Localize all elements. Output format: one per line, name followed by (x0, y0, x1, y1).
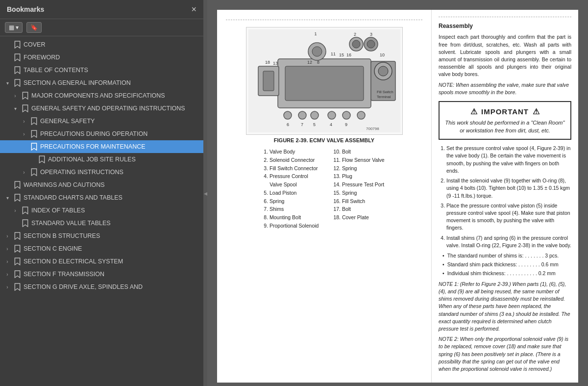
part-item: 13. Plug (333, 173, 384, 180)
part-item: 1. Valve Body (264, 148, 318, 155)
sidebar-item-standard_charts[interactable]: ▾STANDARD CHARTS AND TABLES (0, 191, 203, 204)
resize-handle[interactable]: ◂ (203, 0, 207, 386)
note1: NOTE: When assembling the valve, make su… (439, 81, 571, 96)
svg-text:2: 2 (354, 32, 356, 37)
sidebar-item-index_tables[interactable]: ›INDEX OF TABLES (0, 204, 203, 217)
part-item: 3. Fill Switch Connector (264, 165, 318, 172)
sidebar-item-toc[interactable]: TABLE OF CONTENTS (0, 64, 203, 77)
part-item: 2. Solenoid Connector (264, 156, 318, 164)
sidebar-item-section_c[interactable]: ›SECTION C ENGINE (0, 242, 203, 255)
part-item: 10. Bolt (333, 148, 384, 155)
sidebar-item-section_a[interactable]: ▾SECTION A GENERAL INFORMATION (0, 77, 203, 89)
expand-icon-section_c: › (4, 246, 11, 252)
sidebar-item-label-cover: COVER (24, 41, 199, 49)
expand-icon-operating_instructions: › (21, 170, 27, 175)
svg-point-7 (352, 40, 360, 48)
svg-text:12: 12 (307, 60, 312, 65)
bullets-list: The standard number of shims is: . . . .… (439, 252, 571, 278)
bookmark-icon-precautions_maint (30, 143, 38, 151)
sidebar-item-section_f[interactable]: ›SECTION F TRANSMISSION (0, 268, 203, 281)
expand-icon-index_tables: › (12, 208, 19, 213)
sidebar-item-foreword[interactable]: FOREWORD (0, 51, 203, 64)
bookmark-icon-operating_instructions (30, 168, 38, 176)
svg-point-17 (328, 111, 336, 119)
bookmark-icon-section_b (13, 232, 21, 240)
sidebar-item-label-index_tables: INDEX OF TABLES (31, 206, 199, 214)
bookmark-icon-cover (13, 41, 21, 49)
part-item: 17. Bolt (333, 206, 384, 213)
sidebar-header: Bookmarks × (0, 0, 203, 19)
part-item: 11. Flow Sensor Valve (333, 156, 384, 164)
handle-icon: ◂ (204, 189, 207, 197)
sidebar-item-section_d[interactable]: ›SECTION D ELECTRICAL SYSTEM (0, 255, 203, 268)
document-page: 1 2 3 18 13 12 8 11 15 16 10 6 7 5 (217, 10, 431, 383)
bookmark-icon-section_d (13, 257, 21, 265)
svg-text:6: 6 (287, 122, 289, 127)
part-item: 8. Mounting Bolt (264, 214, 318, 221)
sidebar-item-cover[interactable]: COVER (0, 38, 203, 51)
sidebar-item-precautions_maint[interactable]: PRECAUTIONS FOR MAINTENANCE (0, 140, 203, 153)
part-item: Valve Spool (264, 181, 318, 188)
sidebar-item-label-major_components: MAJOR COMPONENTS AND SPECIFICATIONS (31, 92, 199, 100)
toolbar-view-btn[interactable]: ▦ ▾ (5, 22, 23, 33)
sidebar-item-section_b[interactable]: ›SECTION B STRUCTURES (0, 230, 203, 242)
sidebar-item-major_components[interactable]: ›MAJOR COMPONENTS AND SPECIFICATIONS (0, 89, 203, 102)
sidebar-item-label-section_f: SECTION F TRANSMISSION (24, 270, 199, 278)
sidebar-item-standard_value[interactable]: STANDARD VALUE TABLES (0, 217, 203, 230)
page-spread: 1 2 3 18 13 12 8 11 15 16 10 6 7 5 (217, 10, 578, 383)
bookmark-icon-index_tables (21, 206, 29, 214)
parts-list: 1. Valve Body 2. Solenoid Connector 3. F… (226, 148, 422, 229)
svg-text:Fill Switch: Fill Switch (377, 90, 393, 94)
sidebar-item-operating_instructions[interactable]: ›OPERATING INSTRUCTIONS (0, 166, 203, 179)
expand-icon-section_a: ▾ (4, 80, 11, 86)
sidebar-item-label-standard_charts: STANDARD CHARTS AND TABLES (24, 194, 199, 202)
bookmark-icon-standard_value (21, 219, 29, 227)
step-4: Install shims (7) and spring (6) in the … (446, 234, 571, 249)
figure-area: 1 2 3 18 13 12 8 11 15 16 10 6 7 5 (226, 27, 422, 144)
sidebar-item-label-precautions_op: PRECAUTIONS DURING OPERATION (40, 130, 199, 138)
sidebar-item-section_g[interactable]: ›SECTION G DRIVE AXLE, SPINDLES AND (0, 281, 203, 293)
svg-text:10: 10 (380, 52, 385, 57)
right-panel: Reassembly Inspect each part thoroughly … (431, 10, 578, 383)
svg-text:Terminal: Terminal (377, 95, 391, 99)
sidebar: Bookmarks × ▦ ▾ 🔖 COVERFOREWORDTABLE OF … (0, 0, 203, 386)
sidebar-item-precautions_op[interactable]: ›PRECAUTIONS DURING OPERATION (0, 128, 203, 140)
part-item: 7. Shims (264, 206, 318, 213)
svg-text:3: 3 (370, 32, 372, 37)
sidebar-item-general_safety[interactable]: ›GENERAL SAFETY (0, 115, 203, 128)
bookmark-icon-section_g (13, 283, 21, 291)
sidebar-item-warnings[interactable]: WARNINGS AND CAUTIONS (0, 179, 203, 191)
sidebar-item-label-standard_value: STANDARD VALUE TABLES (31, 219, 199, 227)
figure-caption: FIGURE 2-39. ECMV VALVE ASSEMBLY (274, 137, 374, 144)
close-button[interactable]: × (191, 5, 196, 14)
bookmark-icon-additional_rules (38, 155, 46, 163)
important-body: This work should be performed in a "Clea… (444, 119, 565, 135)
bullet-1: The standard number of shims is: . . . .… (442, 252, 571, 259)
note2: NOTE 1: (Refer to Figure 2-39.) When par… (439, 281, 571, 333)
expand-icon-section_g: › (4, 284, 11, 290)
toolbar-bookmark-btn[interactable]: 🔖 (26, 22, 42, 33)
bookmark-icon-general_safety_ops (21, 104, 29, 112)
bookmark-icon-section_c (13, 245, 21, 253)
bookmark-icon-toc (13, 66, 21, 74)
note3: NOTE 2: When only the proportional solen… (439, 335, 571, 373)
svg-point-14 (284, 111, 292, 119)
svg-text:9: 9 (345, 122, 347, 127)
sidebar-item-general_safety_ops[interactable]: ▾GENERAL SAFETY AND OPERATING INSTRUCTIO… (0, 102, 203, 115)
steps-list: Set the pressure control valve spool (4,… (439, 145, 571, 249)
part-item: 15. Spring (333, 189, 384, 197)
part-item: 6. Spring (264, 198, 318, 205)
svg-point-19 (357, 111, 365, 119)
svg-text:1: 1 (314, 31, 317, 36)
figure-image: 1 2 3 18 13 12 8 11 15 16 10 6 7 5 (246, 27, 403, 135)
part-item: 18. Cover Plate (333, 214, 384, 221)
bookmark-icon-section_a (13, 79, 21, 87)
part-item: 16. Fill Switch (333, 198, 384, 205)
step-2: Install the solenoid valve (9) together … (446, 177, 571, 200)
sidebar-item-additional_rules[interactable]: ADDITIONAL JOB SITE RULES (0, 153, 203, 166)
expand-icon-section_d: › (4, 259, 11, 264)
svg-rect-13 (263, 71, 274, 91)
svg-text:18: 18 (265, 60, 270, 65)
sidebar-item-label-warnings: WARNINGS AND CAUTIONS (24, 181, 199, 189)
svg-text:13: 13 (273, 61, 278, 66)
